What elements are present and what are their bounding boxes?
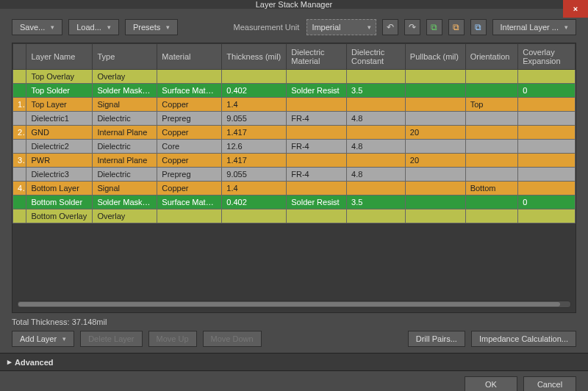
cell-dmat[interactable] xyxy=(287,154,347,168)
cell-dmat[interactable]: FR-4 xyxy=(287,140,347,154)
cell-pull[interactable] xyxy=(405,112,465,126)
cell-type[interactable]: Overlay xyxy=(93,70,157,84)
cell-name[interactable]: Bottom Solder xyxy=(26,196,93,209)
cell-type[interactable]: Internal Plane xyxy=(93,154,157,168)
table-row[interactable]: 3PWRInternal PlaneCopper1.41720 xyxy=(13,154,576,168)
cell-orient[interactable] xyxy=(465,126,518,140)
cell-thickness[interactable] xyxy=(222,209,287,223)
cell-dmat[interactable]: FR-4 xyxy=(287,168,347,182)
cell-cov[interactable]: 0 xyxy=(518,84,576,98)
cell-orient[interactable]: Bottom xyxy=(465,182,518,196)
cancel-button[interactable]: Cancel xyxy=(523,376,576,391)
measurement-unit-select[interactable]: Imperial xyxy=(306,19,376,35)
move-up-button[interactable]: Move Up xyxy=(148,331,197,347)
cell-name[interactable]: Dielectric3 xyxy=(26,168,93,182)
cell-dmat[interactable] xyxy=(287,70,347,84)
cell-dmat[interactable]: FR-4 xyxy=(287,112,347,126)
cell-pull[interactable] xyxy=(405,70,465,84)
cell-dconst[interactable] xyxy=(347,154,406,168)
cell-type[interactable]: Dielectric xyxy=(93,140,157,154)
cell-dconst[interactable]: 3.5 xyxy=(347,196,406,209)
cell-type[interactable]: Dielectric xyxy=(93,168,157,182)
horizontal-scrollbar[interactable] xyxy=(17,301,571,308)
cell-name[interactable]: Bottom Overlay xyxy=(26,209,93,223)
table-row[interactable]: Top OverlayOverlay xyxy=(13,70,576,84)
cell-num[interactable] xyxy=(13,84,26,98)
cell-num[interactable] xyxy=(13,196,26,209)
cell-thickness[interactable]: 1.417 xyxy=(222,126,287,140)
cell-orient[interactable] xyxy=(465,140,518,154)
cell-type[interactable]: Internal Plane xyxy=(93,126,157,140)
cell-dconst[interactable] xyxy=(347,126,406,140)
cell-dmat[interactable]: Solder Resist xyxy=(287,84,347,98)
cell-material[interactable]: Copper xyxy=(157,98,222,112)
cell-material[interactable]: Prepreg xyxy=(157,168,222,182)
cell-num[interactable] xyxy=(13,168,26,182)
table-row[interactable]: Dielectric2DielectricCore12.6FR-44.8 xyxy=(13,140,576,154)
cell-thickness[interactable]: 12.6 xyxy=(222,140,287,154)
cell-cov[interactable] xyxy=(518,126,576,140)
cell-cov[interactable] xyxy=(518,70,576,84)
load-button[interactable]: Load... xyxy=(68,19,119,35)
cell-cov[interactable] xyxy=(518,154,576,168)
table-row[interactable]: Top SolderSolder Mask/Co...Surface Mater… xyxy=(13,84,576,98)
move-down-button[interactable]: Move Down xyxy=(203,331,262,347)
cell-thickness[interactable]: 9.055 xyxy=(222,112,287,126)
redo-icon[interactable]: ↷ xyxy=(404,19,420,35)
cell-dconst[interactable]: 3.5 xyxy=(347,84,406,98)
cell-dconst[interactable] xyxy=(347,98,406,112)
col-thickness[interactable]: Thickness (mil) xyxy=(222,44,287,70)
col-material[interactable]: Material xyxy=(157,44,222,70)
cell-pull[interactable] xyxy=(405,196,465,209)
col-dielectric-constant[interactable]: Dielectric Constant xyxy=(347,44,406,70)
cell-thickness[interactable] xyxy=(222,70,287,84)
cell-orient[interactable] xyxy=(465,84,518,98)
table-row[interactable]: Bottom SolderSolder Mask/Co...Surface Ma… xyxy=(13,196,576,209)
cell-material[interactable]: Copper xyxy=(157,126,222,140)
cell-dmat[interactable] xyxy=(287,98,347,112)
cell-material[interactable]: Core xyxy=(157,140,222,154)
cell-cov[interactable] xyxy=(518,112,576,126)
cell-pull[interactable] xyxy=(405,98,465,112)
cell-name[interactable]: GND xyxy=(26,126,93,140)
cell-num[interactable]: 4 xyxy=(13,182,26,196)
cell-name[interactable]: Bottom Layer xyxy=(26,182,93,196)
cell-num[interactable]: 1 xyxy=(13,98,26,112)
cell-name[interactable]: Dielectric2 xyxy=(26,140,93,154)
table-row[interactable]: Bottom OverlayOverlay xyxy=(13,209,576,223)
cell-material[interactable]: Copper xyxy=(157,182,222,196)
table-row[interactable]: Dielectric3DielectricPrepreg9.055FR-44.8 xyxy=(13,168,576,182)
cell-dconst[interactable]: 4.8 xyxy=(347,112,406,126)
presets-button[interactable]: Presets xyxy=(125,19,178,35)
cell-type[interactable]: Solder Mask/Co... xyxy=(93,84,157,98)
cell-dconst[interactable] xyxy=(347,182,406,196)
cell-thickness[interactable]: 9.055 xyxy=(222,168,287,182)
cell-material[interactable]: Copper xyxy=(157,154,222,168)
add-layer-button[interactable]: Add Layer xyxy=(12,331,74,347)
export-icon[interactable]: ⧉ xyxy=(448,19,465,35)
cell-type[interactable]: Overlay xyxy=(93,209,157,223)
cell-type[interactable]: Solder Mask/Co... xyxy=(93,196,157,209)
table-row[interactable]: 2GNDInternal PlaneCopper1.41720 xyxy=(13,126,576,140)
col-coverlay-expansion[interactable]: Coverlay Expansion xyxy=(518,44,576,70)
undo-icon[interactable]: ↶ xyxy=(382,19,398,35)
cell-thickness[interactable]: 1.417 xyxy=(222,154,287,168)
col-orientation[interactable]: Orientation xyxy=(465,44,518,70)
col-dielectric-material[interactable]: Dielectric Material xyxy=(287,44,347,70)
cell-cov[interactable]: 0 xyxy=(518,196,576,209)
internal-layer-dropdown[interactable]: Internal Layer ... xyxy=(492,19,577,35)
cell-orient[interactable] xyxy=(465,209,518,223)
cell-dmat[interactable] xyxy=(287,126,347,140)
cell-num[interactable] xyxy=(13,140,26,154)
cell-name[interactable]: Dielectric1 xyxy=(26,112,93,126)
cell-name[interactable]: Top Layer xyxy=(26,98,93,112)
cell-cov[interactable] xyxy=(518,182,576,196)
cell-orient[interactable]: Top xyxy=(465,98,518,112)
cell-num[interactable] xyxy=(13,209,26,223)
cell-cov[interactable] xyxy=(518,140,576,154)
cell-type[interactable]: Signal xyxy=(93,182,157,196)
cell-orient[interactable] xyxy=(465,154,518,168)
cell-type[interactable]: Signal xyxy=(93,98,157,112)
table-row[interactable]: 1Top LayerSignalCopper1.4Top xyxy=(13,98,576,112)
cell-name[interactable]: Top Overlay xyxy=(26,70,93,84)
